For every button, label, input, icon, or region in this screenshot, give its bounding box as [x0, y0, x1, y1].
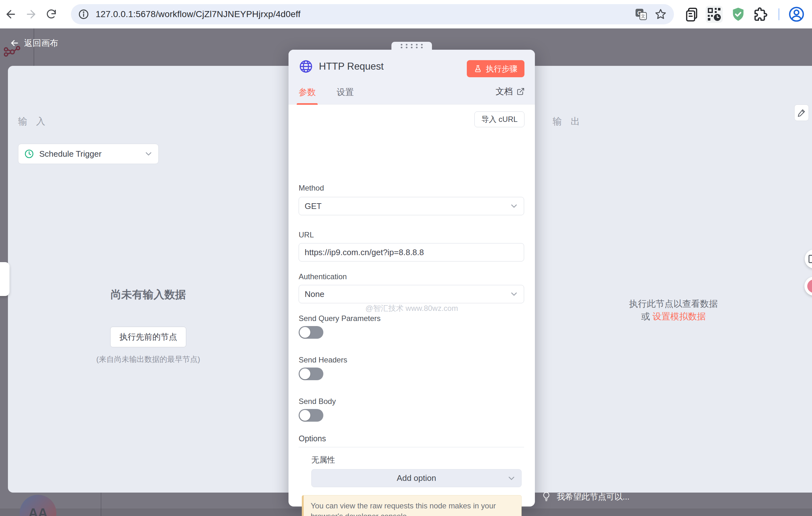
add-option-select[interactable]: Add option — [311, 469, 522, 487]
output-panel-title: 输 出 — [553, 115, 583, 128]
adblock-shield-icon[interactable] — [730, 6, 746, 22]
address-bar[interactable]: 127.0.0.1:5678/workflow/CjZl7NJNEYPHjrxp… — [71, 4, 674, 24]
output-empty-line: 执行此节点以查看数据 — [535, 298, 812, 310]
tab-settings[interactable]: 设置 — [337, 86, 354, 98]
url-value: https://ip9.com.cn/get?ip=8.8.8.8 — [304, 248, 424, 257]
method-select[interactable]: GET — [299, 197, 524, 215]
svg-text:文: 文 — [641, 13, 645, 19]
lightbulb-icon — [542, 492, 551, 503]
bookmark-star-icon[interactable] — [652, 4, 669, 24]
raw-requests-notice: You can view the raw requests this node … — [302, 495, 522, 516]
http-request-node-modal: HTTP Request 执行步骤 参数 设置 文档 导入 cURL Metho… — [289, 50, 535, 507]
url-label: URL — [299, 231, 314, 239]
chevron-down-icon — [507, 474, 516, 483]
browser-forward-icon[interactable] — [24, 7, 38, 21]
execute-step-button[interactable]: 执行步骤 — [467, 60, 524, 77]
chevron-down-icon — [509, 201, 519, 211]
send-query-parameters-label: Send Query Parameters — [299, 314, 381, 323]
input-empty-state: 尚未有输入数据 执行先前的节点 (来自尚未输出数据的最早节点) — [8, 287, 289, 364]
node-detail-overlay: 返回画布 输 入 Schedule Trigger 尚未有输入数据 执行先前的节… — [0, 29, 812, 516]
modal-body: 导入 cURL Method GET URL https://ip9.com.c… — [289, 104, 535, 507]
browser-back-icon[interactable] — [4, 7, 18, 21]
modal-header: HTTP Request 执行步骤 参数 设置 文档 — [289, 50, 535, 104]
output-empty-state: 执行此节点以查看数据 或 设置模拟数据 — [535, 298, 812, 323]
add-option-label: Add option — [397, 473, 436, 483]
translate-icon[interactable]: G文 — [633, 4, 649, 24]
authentication-value: None — [304, 289, 324, 299]
ai-prompt-bar[interactable]: 我希望此节点可以... — [542, 491, 630, 503]
site-watermark: @智汇技术 www.80wz.com — [289, 303, 535, 313]
globe-icon — [299, 59, 313, 74]
send-body-label: Send Body — [299, 397, 336, 406]
qr-extension-icon[interactable] — [705, 6, 723, 23]
modal-drag-handle[interactable] — [392, 42, 432, 50]
authentication-label: Authentication — [299, 272, 347, 281]
set-mock-data-link[interactable]: 设置模拟数据 — [652, 311, 705, 321]
browser-reload-icon[interactable] — [44, 7, 58, 21]
toggle-knob — [299, 410, 310, 421]
method-label: Method — [299, 184, 324, 192]
input-empty-title: 尚未有输入数据 — [111, 287, 186, 302]
send-headers-toggle[interactable] — [299, 367, 323, 380]
site-info-icon[interactable] — [78, 8, 89, 20]
import-curl-button[interactable]: 导入 cURL — [474, 112, 524, 127]
execute-previous-nodes-button[interactable]: 执行先前的节点 — [110, 327, 186, 347]
docs-link[interactable]: 文档 — [496, 86, 525, 97]
list-icon — [809, 255, 812, 263]
method-value: GET — [304, 201, 321, 211]
chevron-down-icon — [509, 289, 519, 299]
input-source-value: Schedule Trigger — [39, 149, 102, 159]
user-avatar[interactable]: AA — [20, 495, 56, 516]
send-body-toggle[interactable] — [299, 409, 323, 422]
back-to-canvas-button[interactable]: 返回画布 — [9, 37, 58, 49]
flask-icon — [474, 65, 482, 73]
drag-dots-icon — [400, 43, 424, 49]
prev-node-peek-tab[interactable] — [0, 262, 9, 296]
authentication-select[interactable]: None — [299, 285, 524, 303]
back-to-canvas-label: 返回画布 — [24, 37, 58, 49]
output-or-text: 或 — [641, 311, 653, 321]
browser-toolbar: 127.0.0.1:5678/workflow/CjZl7NJNEYPHjrxp… — [0, 0, 812, 29]
screen: 127.0.0.1:5678/workflow/CjZl7NJNEYPHjrxp… — [0, 0, 812, 516]
tab-copy-extension-icon[interactable] — [684, 6, 700, 22]
back-arrow-icon — [9, 38, 20, 48]
input-panel-title: 输 入 — [18, 115, 49, 128]
node-title: HTTP Request — [319, 61, 383, 72]
toolbar-divider — [778, 8, 779, 20]
url-text[interactable]: 127.0.0.1:5678/workflow/CjZl7NJNEYPHjrxp… — [96, 9, 300, 19]
options-header: Options — [299, 434, 326, 443]
input-source-select[interactable]: Schedule Trigger — [18, 144, 159, 164]
url-input[interactable]: https://ip9.com.cn/get?ip=8.8.8.8 — [299, 243, 524, 262]
options-divider — [299, 447, 524, 447]
no-properties-text: 无属性 — [311, 455, 335, 465]
schedule-trigger-clock-icon — [24, 149, 34, 159]
pencil-icon — [797, 108, 806, 117]
send-headers-label: Send Headers — [299, 356, 347, 364]
profile-avatar-icon[interactable] — [788, 6, 805, 23]
assistant-dot-icon — [807, 279, 812, 293]
tab-parameters[interactable]: 参数 — [299, 86, 316, 98]
send-query-parameters-toggle[interactable] — [299, 326, 323, 339]
input-empty-caption: (来自尚未输出数据的最早节点) — [96, 354, 200, 364]
ai-prompt-text: 我希望此节点可以... — [557, 491, 630, 503]
execute-step-label: 执行步骤 — [486, 64, 518, 74]
docs-label: 文档 — [496, 86, 513, 97]
chevron-down-icon — [144, 149, 153, 159]
toggle-knob — [299, 327, 310, 338]
external-link-icon — [517, 87, 525, 96]
edit-output-button[interactable] — [794, 104, 809, 121]
toggle-knob — [299, 368, 310, 379]
extensions-puzzle-icon[interactable] — [752, 6, 768, 22]
